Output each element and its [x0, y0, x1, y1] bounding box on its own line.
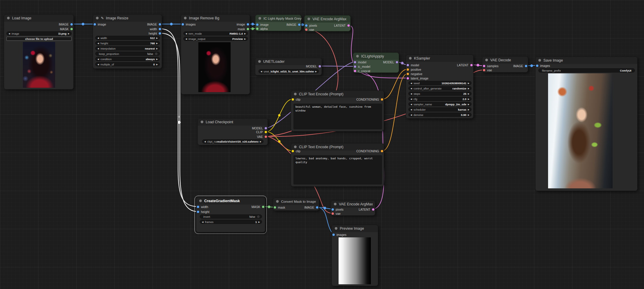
- interpolation-widget[interactable]: ◀ interpolation nearest ▶: [95, 46, 160, 50]
- filename-prefix-widget[interactable]: filename_prefix ComfyUI: [538, 68, 635, 72]
- node-ic-light-apply-mask-grey[interactable]: IC Light Apply Mask Grey image alpha IMA…: [255, 15, 301, 31]
- decrement-arrow-icon[interactable]: ◀: [204, 141, 206, 143]
- node-unet-loader[interactable]: UNETLoader MODEL ◀ unet_ iclight_sd15_fc…: [255, 58, 322, 75]
- model-port-icon[interactable]: [354, 65, 356, 68]
- input-ic-model[interactable]: ic_model: [354, 65, 370, 69]
- increment-arrow-icon[interactable]: ▶: [156, 58, 158, 60]
- input-model[interactable]: model: [354, 60, 366, 64]
- clip-port-icon[interactable]: [292, 150, 294, 152]
- frames-widget[interactable]: ◀ frames 1 ▶: [200, 220, 262, 224]
- upload-button[interactable]: choose file to upload: [6, 37, 72, 41]
- collapse-dot-icon[interactable]: [294, 146, 297, 148]
- increment-arrow-icon[interactable]: ▶: [468, 98, 469, 100]
- image-port-icon[interactable]: [70, 23, 73, 26]
- increment-arrow-icon[interactable]: ▶: [315, 70, 317, 72]
- increment-arrow-icon[interactable]: ▶: [156, 37, 158, 39]
- increment-arrow-icon[interactable]: ▶: [244, 33, 246, 35]
- model-port-icon[interactable]: [407, 64, 409, 66]
- image-port-icon[interactable]: [298, 23, 300, 26]
- collapse-dot-icon[interactable]: [276, 200, 279, 203]
- vae-port-icon[interactable]: [305, 28, 307, 31]
- latent-port-icon[interactable]: [347, 24, 350, 27]
- collapse-dot-icon[interactable]: [409, 57, 412, 60]
- collapse-dot-icon[interactable]: [538, 59, 541, 62]
- image-combo-widget[interactable]: ◀ image i3.png ▶: [6, 31, 72, 36]
- decrement-arrow-icon[interactable]: ◀: [410, 103, 412, 105]
- positive-prompt-textarea[interactable]: beautiful woman, detailed face, sunshine…: [293, 104, 382, 129]
- decrement-arrow-icon[interactable]: ◀: [410, 93, 412, 95]
- increment-arrow-icon[interactable]: ▶: [258, 221, 260, 223]
- mask-port-icon[interactable]: [274, 206, 276, 209]
- conditioning-port-icon[interactable]: [381, 98, 383, 101]
- mask-port-icon[interactable]: [262, 206, 264, 208]
- output-image[interactable]: image: [236, 22, 249, 26]
- input-height[interactable]: height: [197, 210, 209, 214]
- input-samples[interactable]: samples: [483, 64, 498, 68]
- output-width[interactable]: width: [150, 27, 161, 31]
- toggle-dot-icon[interactable]: [257, 215, 260, 218]
- latent-port-icon[interactable]: [407, 77, 409, 80]
- collapse-dot-icon[interactable]: [199, 200, 202, 202]
- scheduler-widget[interactable]: ◀ scheduler karras ▶: [408, 107, 471, 111]
- collapse-dot-icon[interactable]: [334, 203, 337, 205]
- vae-port-icon[interactable]: [332, 212, 334, 215]
- increment-arrow-icon[interactable]: ▶: [156, 48, 158, 50]
- condition-widget[interactable]: ◀ condition always ▶: [95, 57, 160, 61]
- output-mask[interactable]: MASK: [251, 205, 264, 209]
- input-vae[interactable]: vae: [483, 68, 492, 72]
- seed-widget[interactable]: ◀ seed 1026243538009141 ▶: [408, 81, 471, 85]
- decrement-arrow-icon[interactable]: ◀: [9, 33, 10, 35]
- decrement-arrow-icon[interactable]: ◀: [185, 33, 187, 35]
- image-port-icon[interactable]: [536, 65, 538, 67]
- collapse-dot-icon[interactable]: [258, 60, 261, 63]
- decrement-arrow-icon[interactable]: ◀: [410, 98, 412, 100]
- collapse-dot-icon[interactable]: [201, 121, 203, 123]
- output-clip[interactable]: CLIP: [256, 130, 267, 134]
- image-port-icon[interactable]: [305, 24, 307, 27]
- unet-name-widget[interactable]: ◀ unet_ iclight_sd15_fc_unet_ldm.safeten…: [258, 69, 319, 73]
- output-model[interactable]: MODEL: [252, 126, 267, 130]
- output-image[interactable]: IMAGE: [304, 205, 318, 209]
- output-vae[interactable]: VAE: [257, 135, 267, 139]
- latent-port-icon[interactable]: [483, 65, 485, 67]
- conditioning-port-icon[interactable]: [381, 150, 383, 152]
- int-port-icon[interactable]: [197, 211, 199, 213]
- increment-arrow-icon[interactable]: ▶: [468, 109, 469, 111]
- output-image[interactable]: IMAGE: [286, 23, 300, 27]
- mask-port-icon[interactable]: [70, 28, 73, 30]
- input-clip[interactable]: clip: [292, 149, 300, 153]
- output-image[interactable]: IMAGE: [147, 22, 161, 26]
- increment-arrow-icon[interactable]: ▶: [260, 141, 261, 143]
- node-image-resize[interactable]: ✎ Image Resize image IMAGE width height …: [93, 14, 162, 69]
- input-negative[interactable]: negative: [407, 72, 422, 76]
- latent-port-icon[interactable]: [354, 70, 356, 72]
- input-vae[interactable]: vae: [305, 28, 314, 32]
- increment-arrow-icon[interactable]: ▶: [468, 93, 469, 95]
- node-vae-decode[interactable]: VAE Decode samples vae IMAGE: [482, 56, 528, 72]
- input-images[interactable]: images: [182, 22, 196, 26]
- width-widget[interactable]: ◀ width 512 ▶: [95, 36, 160, 40]
- increment-arrow-icon[interactable]: ▶: [468, 87, 469, 89]
- image-port-icon[interactable]: [316, 206, 318, 209]
- decrement-arrow-icon[interactable]: ◀: [185, 38, 187, 40]
- collapse-dot-icon[interactable]: [307, 18, 310, 20]
- output-latent[interactable]: LATENT: [457, 63, 473, 67]
- rem-mode-widget[interactable]: ◀ rem_mode RMBG-1.4 ▶: [183, 31, 248, 36]
- image-port-icon[interactable]: [332, 234, 335, 236]
- output-model[interactable]: MODEL: [383, 60, 398, 64]
- collapse-dot-icon[interactable]: [7, 17, 10, 19]
- node-create-gradient-mask[interactable]: CreateGradientMask width height MASK inv…: [196, 197, 265, 232]
- int-port-icon[interactable]: [159, 32, 161, 35]
- cfg-widget[interactable]: ◀ cfg 2.0 ▶: [408, 97, 471, 101]
- vae-port-icon[interactable]: [265, 136, 267, 138]
- latent-port-icon[interactable]: [372, 208, 374, 211]
- input-vae[interactable]: vae: [332, 212, 341, 216]
- node-load-checkpoint[interactable]: Load Checkpoint MODEL CLIP VAE ◀ ckpt_na…: [197, 118, 268, 145]
- collapse-dot-icon[interactable]: [96, 17, 99, 19]
- input-latent-image[interactable]: latent_image: [407, 76, 428, 80]
- sampler-name-widget[interactable]: ◀ sampler_name dpmpp_2m_sde ▶: [408, 102, 471, 106]
- image-port-icon[interactable]: [332, 208, 334, 211]
- image-port-icon[interactable]: [247, 23, 249, 26]
- decrement-arrow-icon[interactable]: ◀: [410, 109, 412, 111]
- int-port-icon[interactable]: [159, 28, 161, 30]
